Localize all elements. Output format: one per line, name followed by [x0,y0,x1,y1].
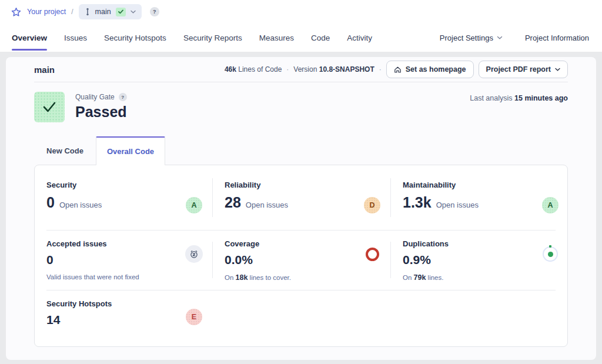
nav-tab-activity[interactable]: Activity [347,24,372,52]
last-analysis-label: Last analysis [470,94,512,102]
maintainability-value: 1.3k [403,195,432,210]
reliability-rating-badge[interactable]: D [364,197,380,213]
duplications-caption-suffix: lines. [428,274,444,281]
security-card: Security 0 Open issues A [35,165,212,230]
security-hotspots-card: Security Hotspots 14 E [35,290,212,347]
accepted-issues-card: Accepted issues 0 Valid issues that were… [35,230,212,290]
home-icon [394,66,402,74]
loc-label: Lines of Code [238,65,282,74]
duplications-card: Duplications 0.9% On 79k lines. [391,230,568,290]
branch-title: main [34,65,55,75]
breadcrumb: Your project / main ? [0,0,602,24]
code-scope-tabs: New Code Overall Code [34,136,165,165]
nav-tab-code[interactable]: Code [311,24,330,52]
coverage-ring-icon [366,248,379,261]
branch-help-icon[interactable]: ? [150,7,159,16]
set-homepage-label: Set as homepage [406,65,466,74]
version-value: 10.8-SNAPSHOT [319,65,374,74]
last-analysis-value: 15 minutes ago [514,94,568,102]
coverage-card: Coverage 0.0% On 18k lines to cover. [213,230,390,290]
branch-meta: 46k Lines of Code · Version 10.8-SNAPSHO… [225,61,568,78]
project-information-button[interactable]: Project Information [525,34,589,42]
reliability-value: 28 [225,195,241,210]
duplications-caption[interactable]: On 79k lines. [403,273,568,282]
quality-gate-label: Quality Gate [75,93,115,101]
nav-tab-measures[interactable]: Measures [259,24,294,52]
chevron-down-icon [131,10,136,14]
app-header: Your project / main ? Overview Issues Se… [0,0,602,52]
nav-tab-overview[interactable]: Overview [12,24,47,52]
duplications-ring-icon [541,245,559,263]
pdf-report-label: Project PDF report [486,65,551,74]
security-title: Security [46,181,212,189]
branch-name: main [95,8,111,16]
security-rating-badge[interactable]: A [186,197,202,213]
pdf-report-button[interactable]: Project PDF report [479,61,568,78]
chevron-down-icon [555,68,560,71]
branch-selector[interactable]: main [79,4,142,19]
maintainability-title: Maintainability [403,181,568,189]
quality-gate-ok-icon [116,8,126,16]
nav-tab-security-reports[interactable]: Security Reports [183,24,242,52]
favorite-star-icon[interactable] [11,7,21,17]
meta-separator: · [379,65,382,74]
snooze-clock-icon [185,245,203,263]
project-settings-menu[interactable]: Project Settings [440,34,503,42]
reliability-open-issues-link[interactable]: Open issues [246,201,288,209]
loc-value: 46k [225,65,236,74]
security-hotspots-title: Security Hotspots [46,299,212,308]
breadcrumb-separator: / [71,8,73,16]
coverage-caption[interactable]: On 18k lines to cover. [225,273,390,282]
maintainability-open-issues-link[interactable]: Open issues [436,201,479,209]
quality-gate-help-icon[interactable]: ? [119,93,127,101]
branch-icon [85,8,91,16]
quality-gate-passed-icon [34,92,65,122]
project-breadcrumb-link[interactable]: Your project [27,8,66,16]
set-homepage-button[interactable]: Set as homepage [386,61,474,78]
nav-tab-issues[interactable]: Issues [64,24,87,52]
tab-overall-code[interactable]: Overall Code [96,136,165,165]
duplications-caption-value: 79k [414,273,426,282]
security-open-issues-link[interactable]: Open issues [59,201,102,209]
reliability-title: Reliability [225,181,390,189]
security-value: 0 [46,195,55,210]
overview-panel: main 46k Lines of Code · Version 10.8-SN… [6,57,596,360]
maintainability-rating-badge[interactable]: A [542,197,558,213]
project-nav: Overview Issues Security Hotspots Securi… [0,24,602,52]
project-settings-label: Project Settings [440,34,493,42]
duplications-caption-prefix: On [403,274,412,281]
coverage-caption-prefix: On [225,274,233,281]
header-divider [34,82,568,82]
coverage-caption-suffix: lines to cover. [250,274,291,281]
last-analysis: Last analysis 15 minutes ago [470,94,568,102]
meta-separator: · [286,65,289,74]
version-label: Version [293,65,317,74]
branch-header-row: main 46k Lines of Code · Version 10.8-SN… [34,57,568,82]
quality-gate-section: Quality Gate ? Passed [34,92,127,122]
coverage-caption-value: 18k [236,273,248,282]
security-hotspots-rating-badge[interactable]: E [186,309,202,325]
quality-gate-status: Passed [75,103,127,121]
chevron-down-icon [497,36,503,39]
nav-tab-security-hotspots[interactable]: Security Hotspots [104,24,166,52]
measures-grid: Security 0 Open issues A Reliability 28 … [34,165,568,347]
reliability-card: Reliability 28 Open issues D [213,165,390,230]
tab-new-code[interactable]: New Code [34,136,96,165]
nav-right-group: Project Settings Project Information [440,24,589,52]
maintainability-card: Maintainability 1.3k Open issues A [391,165,568,230]
accepted-issues-caption[interactable]: Valid issues that were not fixed [46,273,212,280]
